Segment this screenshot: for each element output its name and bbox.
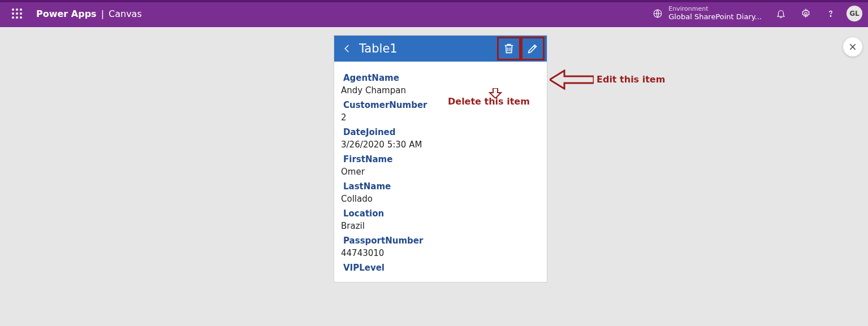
- pencil-icon: [526, 42, 539, 55]
- field-label-datejoined: DateJoined: [343, 127, 541, 137]
- detail-form: AgentName Andy Champan CustomerNumber 2 …: [334, 62, 547, 282]
- user-avatar[interactable]: GL: [847, 6, 862, 21]
- phone-preview: Table1 AgentName Andy Champan CustomerNu…: [334, 35, 547, 282]
- field-label-lastname: LastName: [343, 181, 541, 192]
- app-launcher-button[interactable]: [8, 5, 26, 23]
- gear-icon: [801, 8, 811, 19]
- chevron-left-icon: [342, 42, 352, 55]
- svg-point-0: [12, 8, 14, 11]
- svg-point-4: [16, 12, 18, 15]
- help-button[interactable]: [818, 0, 843, 27]
- annotation-arrow-edit: [550, 69, 594, 90]
- header-accent: [0, 0, 868, 2]
- svg-point-6: [12, 16, 14, 19]
- svg-point-3: [12, 12, 14, 15]
- environment-name: Global SharePoint Diary...: [668, 13, 762, 21]
- design-canvas: Table1 AgentName Andy Champan CustomerNu…: [0, 27, 868, 326]
- delete-item-button[interactable]: [498, 38, 520, 59]
- back-button[interactable]: [338, 39, 357, 58]
- svg-point-8: [20, 16, 22, 19]
- annotation-delete-label: Delete this item: [448, 96, 530, 107]
- detail-title: Table1: [359, 42, 496, 55]
- field-label-firstname: FirstName: [343, 154, 541, 164]
- settings-button[interactable]: [793, 0, 818, 27]
- waffle-icon: [12, 8, 22, 19]
- field-value-customernumber: 2: [341, 112, 541, 123]
- field-label-location: Location: [343, 208, 541, 219]
- globe-icon: [653, 8, 663, 19]
- trash-icon: [503, 42, 515, 55]
- field-value-location: Brazil: [341, 221, 541, 231]
- field-label-passportnumber: PassportNumber: [343, 236, 541, 246]
- svg-point-11: [830, 16, 831, 17]
- environment-picker[interactable]: Environment Global SharePoint Diary...: [653, 6, 762, 21]
- svg-point-10: [805, 12, 807, 15]
- bell-icon: [776, 8, 786, 19]
- annotation-edit-label: Edit this item: [597, 74, 665, 85]
- field-value-lastname: Collado: [341, 194, 541, 204]
- product-name[interactable]: Power Apps: [36, 8, 97, 19]
- question-icon: [826, 8, 836, 19]
- svg-point-2: [20, 8, 22, 11]
- brand-separator: |: [101, 8, 104, 19]
- svg-point-1: [16, 8, 18, 11]
- field-value-passportnumber: 44743010: [341, 248, 541, 258]
- field-label-viplevel: VIPLevel: [343, 263, 541, 273]
- notifications-button[interactable]: [768, 0, 793, 27]
- app-mode-label: Canvas: [109, 8, 142, 19]
- field-value-firstname: Omer: [341, 167, 541, 177]
- edit-item-button[interactable]: [522, 38, 543, 59]
- environment-label: Environment: [668, 6, 762, 13]
- close-icon: [848, 42, 857, 51]
- field-value-datejoined: 3/26/2020 5:30 AM: [341, 140, 541, 150]
- svg-point-5: [20, 12, 22, 15]
- close-preview-button[interactable]: [843, 37, 862, 56]
- detail-screen-header: Table1: [334, 36, 547, 62]
- field-label-agentname: AgentName: [343, 73, 541, 83]
- field-value-agentname: Andy Champan: [341, 85, 541, 95]
- suite-header: Power Apps | Canvas Environment Global S…: [0, 0, 868, 27]
- svg-point-7: [16, 16, 18, 19]
